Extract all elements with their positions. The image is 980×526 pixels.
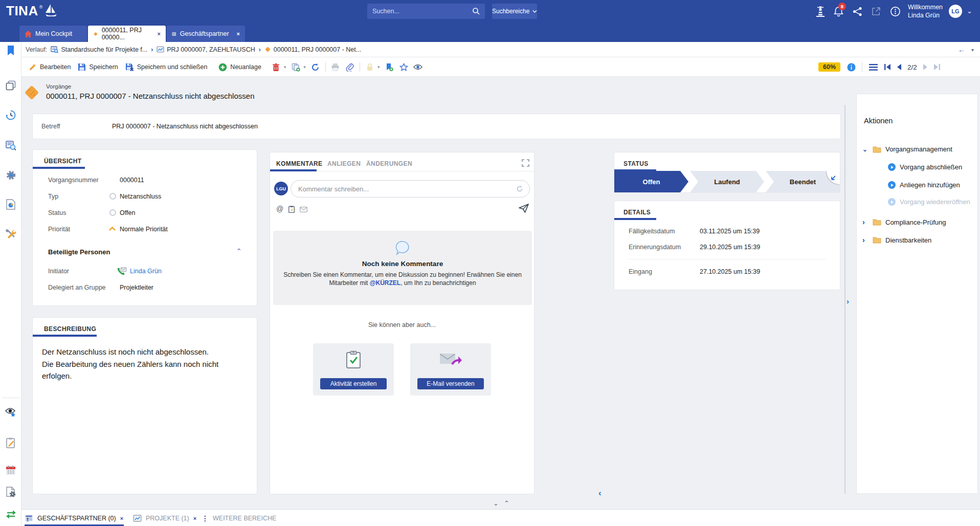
comment-input[interactable] <box>291 185 516 193</box>
tab-status[interactable]: STATUS <box>623 160 649 167</box>
search-records-icon[interactable] <box>5 140 16 151</box>
tab-vorgang[interactable]: 0000011, PRJ 00000... × <box>88 26 166 42</box>
tools-icon[interactable] <box>5 228 16 239</box>
tab-geschaeftspartner[interactable]: Geschäftspartner × <box>167 26 245 42</box>
comment-refresh-icon[interactable] <box>516 185 529 192</box>
prev-record-icon[interactable] <box>897 64 902 70</box>
tab-mein-cockpit[interactable]: Mein Cockpit <box>19 26 87 42</box>
favorite-star-button[interactable] <box>399 62 408 72</box>
tab-uebersicht[interactable]: ÜBERSICHT <box>44 158 82 165</box>
close-tab-icon[interactable]: × <box>120 515 123 521</box>
copy-button[interactable] <box>291 62 300 72</box>
save-close-icon <box>125 63 134 72</box>
history-back-icon[interactable]: ← <box>958 46 965 54</box>
copy-dropdown-icon[interactable]: ▾ <box>303 64 306 70</box>
tab-details[interactable]: DETAILS <box>623 209 651 216</box>
breadcrumb-item-vorgang[interactable]: 0000011, PRJ 0000007 - Net... <box>264 46 361 53</box>
breadcrumb-item-project[interactable]: PRJ 0000007, ZAEHLTAUSCH <box>157 46 255 53</box>
search-input[interactable] <box>367 8 472 15</box>
search-areas-dropdown[interactable]: Suchbereiche <box>492 4 537 19</box>
bottom-tab-weitere-bereiche[interactable]: ⋮ WEITERE BEREICHE <box>202 510 276 526</box>
send-email-button[interactable]: E-Mail versenden <box>417 378 484 389</box>
lock-button[interactable] <box>365 62 374 72</box>
last-record-icon[interactable] <box>933 64 941 70</box>
eye-icon <box>413 63 422 71</box>
tree-group-compliance[interactable]: › Compliance-Prüfung <box>862 218 946 226</box>
next-record-icon[interactable] <box>923 64 928 70</box>
ticket-icon <box>264 46 271 53</box>
history-icon[interactable] <box>5 109 16 121</box>
tab-beschreibung[interactable]: BESCHREIBUNG <box>44 325 96 333</box>
sync-icon[interactable] <box>5 509 16 520</box>
watch-eye-button[interactable] <box>413 62 422 72</box>
fullscreen-icon[interactable] <box>522 159 529 167</box>
history-dropdown-icon[interactable]: ▾ <box>971 47 974 53</box>
mention-at-icon[interactable]: @ <box>276 205 283 213</box>
windows-icon[interactable] <box>5 80 16 91</box>
mail-comment-icon[interactable] <box>300 207 307 212</box>
delete-button[interactable] <box>272 62 281 72</box>
process-settings-icon[interactable] <box>5 169 16 181</box>
refresh-button[interactable] <box>311 62 320 72</box>
collapse-right-column-handle[interactable]: ‹ <box>598 488 602 498</box>
save-button[interactable]: Speichern <box>77 61 119 73</box>
collapse-up-icon[interactable]: ⌃ <box>504 499 509 507</box>
tree-group-vorgangsmanagement[interactable]: ⌄ Vorgangsmanagement <box>862 145 952 153</box>
tab-anliegen[interactable]: ANLIEGEN <box>327 160 361 167</box>
bottom-tab-projekte[interactable]: PROJEKTE (1) × <box>133 510 196 526</box>
lock-dropdown-icon[interactable]: ▾ <box>377 64 380 70</box>
notifications-bell-icon[interactable]: 8 <box>832 5 844 17</box>
close-tab-icon[interactable]: × <box>193 515 196 521</box>
bottom-tab-geschaeftspartner[interactable]: GESCHÄFTSPARTNER (0) × <box>25 510 123 526</box>
open-external-icon[interactable] <box>870 5 882 17</box>
collapse-down-icon[interactable]: ⌄ <box>493 499 499 507</box>
collapse-section-icon[interactable]: ⌃ <box>236 247 241 255</box>
edit-button[interactable]: Bearbeiten <box>28 61 72 73</box>
status-step-offen[interactable]: Offen <box>614 171 688 192</box>
expand-actions-handle[interactable]: › <box>847 297 849 305</box>
send-comment-icon[interactable] <box>519 204 529 213</box>
reports-icon[interactable] <box>5 199 16 210</box>
create-activity-button[interactable]: Aktivität erstellen <box>320 378 387 389</box>
action-vorgang-wiedereroeffnen[interactable]: Vorgang wiedereröffnen <box>888 198 970 206</box>
share-icon[interactable] <box>851 5 863 17</box>
close-tab-icon[interactable]: × <box>153 31 161 37</box>
search-icon[interactable] <box>472 7 485 15</box>
close-tab-icon[interactable]: × <box>233 31 240 37</box>
tab-kommentare[interactable]: KOMMENTARE <box>276 160 322 167</box>
attachments-button[interactable] <box>345 62 354 72</box>
document-settings-icon[interactable] <box>5 486 16 497</box>
field-label: Vorgangsnummer <box>48 177 99 184</box>
create-new-button[interactable]: Neuanlage <box>217 61 262 73</box>
delete-dropdown-icon[interactable]: ▾ <box>284 64 286 70</box>
initiator-link[interactable]: Linda Grün <box>130 268 162 275</box>
tree-group-dienstbarkeiten[interactable]: › Dienstbarkeiten <box>862 236 931 244</box>
toolbar-separator <box>325 62 326 72</box>
bookmark-add-button[interactable] <box>385 62 394 72</box>
save-and-close-button[interactable]: Speichern und schließen <box>124 61 209 73</box>
breadcrumb-item-search[interactable]: Standardsuche für Projekte f... <box>51 46 147 53</box>
action-vorgang-abschliessen[interactable]: Vorgang abschließen <box>888 163 962 171</box>
toolbar-separator <box>360 62 360 72</box>
calendar-icon[interactable] <box>5 465 16 476</box>
user-avatar[interactable]: LG <box>949 5 962 18</box>
bookmarks-icon[interactable] <box>5 45 16 56</box>
more-options-icon[interactable] <box>889 5 901 17</box>
insert-task-icon[interactable] <box>288 206 295 213</box>
list-menu-button[interactable] <box>868 62 878 72</box>
print-button[interactable] <box>331 62 340 72</box>
lighthouse-icon[interactable] <box>814 5 827 17</box>
first-record-icon[interactable] <box>884 64 891 70</box>
watchlist-icon[interactable] <box>5 406 16 418</box>
tab-aenderungen[interactable]: ÄNDERUNGEN <box>366 160 412 167</box>
user-menu-chevron-icon[interactable]: ⌄ <box>967 7 972 15</box>
mention-link[interactable]: @KÜRZEL <box>370 279 400 287</box>
progress-badge[interactable]: 60% <box>818 62 840 72</box>
tasks-icon[interactable] <box>5 437 16 448</box>
info-button[interactable] <box>847 62 856 72</box>
field-value: Offen <box>120 209 135 216</box>
status-step-laufend[interactable]: Laufend <box>690 171 764 192</box>
action-anliegen-hinzufuegen[interactable]: Anliegen hinzufügen <box>888 181 960 189</box>
field-label: Status <box>48 209 66 216</box>
content-scrollbar[interactable] <box>844 105 845 494</box>
